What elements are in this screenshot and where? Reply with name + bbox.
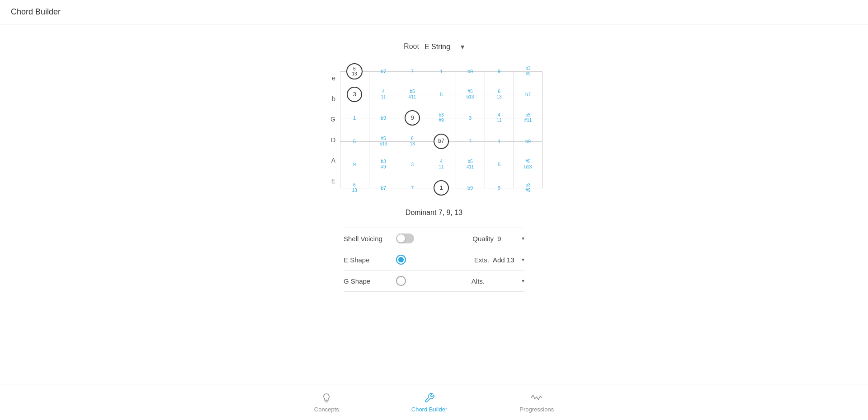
note-A-f4[interactable]: b5#11 xyxy=(456,153,485,177)
note-E-f2[interactable]: 7 xyxy=(398,176,427,200)
progressions-icon xyxy=(530,392,543,404)
alts-select-wrapper[interactable] xyxy=(488,277,524,285)
note-e-f6[interactable]: b3#9 xyxy=(514,60,542,83)
root-label: Root xyxy=(404,42,419,51)
exts-label: Exts. xyxy=(474,256,489,264)
root-row: Root E String A String D String G String… xyxy=(404,42,464,51)
quality-select-wrapper[interactable]: 7 9 13 xyxy=(497,235,524,243)
chord-builder-label: Chord Builder xyxy=(411,406,448,413)
app-title: Chord Builder xyxy=(11,7,61,16)
note-b-f1[interactable]: 411 xyxy=(369,83,398,107)
note-A-f3[interactable]: 411 xyxy=(427,153,456,177)
string-label-b: b xyxy=(326,95,338,103)
note-A-f0[interactable]: 9 xyxy=(340,153,369,177)
note-E-f6[interactable]: b3#9 xyxy=(514,176,542,200)
control-row-2-right: Exts. Add 13 Add 9 None xyxy=(474,256,524,264)
nav-item-chord-builder[interactable]: Chord Builder xyxy=(411,392,448,413)
fretboard: e b G D A E xyxy=(326,60,542,200)
note-D-f0[interactable]: 5 xyxy=(340,130,369,153)
note-b-f4[interactable]: #5b13 xyxy=(456,83,485,107)
toggle-switch[interactable] xyxy=(396,233,414,243)
bottom-nav: Concepts Chord Builder Progressions xyxy=(0,384,868,420)
note-G-f6[interactable]: b5#11 xyxy=(514,106,542,130)
root-select[interactable]: E String A String D String G String xyxy=(425,43,460,51)
string-label-A: A xyxy=(326,157,338,164)
note-b-f6[interactable]: b7 xyxy=(514,83,542,107)
alts-label: Alts. xyxy=(472,277,485,285)
concepts-icon xyxy=(320,392,333,404)
control-row-3-right: Alts. xyxy=(472,277,524,285)
note-A-f2[interactable]: 3 xyxy=(398,153,427,177)
note-D-f5[interactable]: 1 xyxy=(485,130,514,153)
main-content: Root E String A String D String G String… xyxy=(0,24,868,292)
note-e-f5[interactable]: 9 xyxy=(485,60,514,83)
note-b-f0[interactable]: 3 xyxy=(340,83,369,107)
g-shape-label: G Shape xyxy=(344,277,389,285)
note-G-f3[interactable]: b3#9 xyxy=(427,106,456,130)
note-e-f0[interactable]: 613 xyxy=(340,60,369,83)
nav-item-progressions[interactable]: Progressions xyxy=(519,392,554,413)
app-header: Chord Builder xyxy=(0,0,868,24)
note-E-f5[interactable]: 9 xyxy=(485,176,514,200)
note-D-f3[interactable]: b7 xyxy=(427,130,456,153)
alts-select[interactable] xyxy=(488,277,524,285)
progressions-label: Progressions xyxy=(519,406,554,413)
control-row-3: G Shape Alts. xyxy=(344,271,524,292)
note-G-f0[interactable]: 1 xyxy=(340,106,369,130)
string-label-G: G xyxy=(326,116,338,123)
chord-name: Dominant 7, 9, 13 xyxy=(406,209,462,217)
shell-voicing-label: Shell Voicing xyxy=(344,235,389,243)
root-select-wrapper[interactable]: E String A String D String G String ▾ xyxy=(425,43,464,51)
note-e-f1[interactable]: b7 xyxy=(369,60,398,83)
note-A-f1[interactable]: b3#9 xyxy=(369,153,398,177)
exts-select-wrapper[interactable]: Add 13 Add 9 None xyxy=(493,256,524,264)
note-b-f2[interactable]: b5#11 xyxy=(398,83,427,107)
quality-label: Quality xyxy=(472,235,494,243)
concepts-label: Concepts xyxy=(314,406,339,413)
nav-item-concepts[interactable]: Concepts xyxy=(314,392,339,413)
note-e-f2[interactable]: 7 xyxy=(398,60,427,83)
fretboard-container: e b G D A E xyxy=(326,60,542,200)
note-b-f5[interactable]: 613 xyxy=(485,83,514,107)
control-row-1: Shell Voicing Quality 7 9 13 xyxy=(344,228,524,249)
note-A-f6[interactable]: #5b13 xyxy=(514,153,542,177)
note-E-f1[interactable]: b7 xyxy=(369,176,398,200)
note-D-f2[interactable]: 613 xyxy=(398,130,427,153)
chord-builder-icon xyxy=(423,392,436,404)
note-D-f6[interactable]: b9 xyxy=(514,130,542,153)
note-D-f1[interactable]: #5b13 xyxy=(369,130,398,153)
note-A-f5[interactable]: 5 xyxy=(485,153,514,177)
note-e-f4[interactable]: b9 xyxy=(456,60,485,83)
note-G-f5[interactable]: 411 xyxy=(485,106,514,130)
fretboard-grid: 613 b7 7 1 b9 9 b3#9 3 411 b5#11 5 #5b13… xyxy=(340,60,542,200)
note-E-f0[interactable]: 613 xyxy=(340,176,369,200)
string-label-e: e xyxy=(326,75,338,82)
string-label-D: D xyxy=(326,136,338,144)
note-E-f3[interactable]: 1 xyxy=(427,176,456,200)
quality-select[interactable]: 7 9 13 xyxy=(497,235,524,243)
note-G-f4[interactable]: 3 xyxy=(456,106,485,130)
g-shape-radio[interactable] xyxy=(396,276,406,286)
note-E-f4[interactable]: b9 xyxy=(456,176,485,200)
string-label-E: E xyxy=(326,177,338,185)
controls-section: Shell Voicing Quality 7 9 13 E Shape xyxy=(344,228,524,292)
note-G-f2[interactable]: 9 xyxy=(398,106,427,130)
control-row-1-right: Quality 7 9 13 xyxy=(472,235,524,243)
note-b-f3[interactable]: 5 xyxy=(427,83,456,107)
note-G-f1[interactable]: b9 xyxy=(369,106,398,130)
e-shape-radio[interactable] xyxy=(396,255,406,265)
exts-select[interactable]: Add 13 Add 9 None xyxy=(493,256,524,264)
e-shape-label: E Shape xyxy=(344,256,389,264)
control-row-2: E Shape Exts. Add 13 Add 9 None xyxy=(344,249,524,271)
note-e-f3[interactable]: 1 xyxy=(427,60,456,83)
note-D-f4[interactable]: 7 xyxy=(456,130,485,153)
